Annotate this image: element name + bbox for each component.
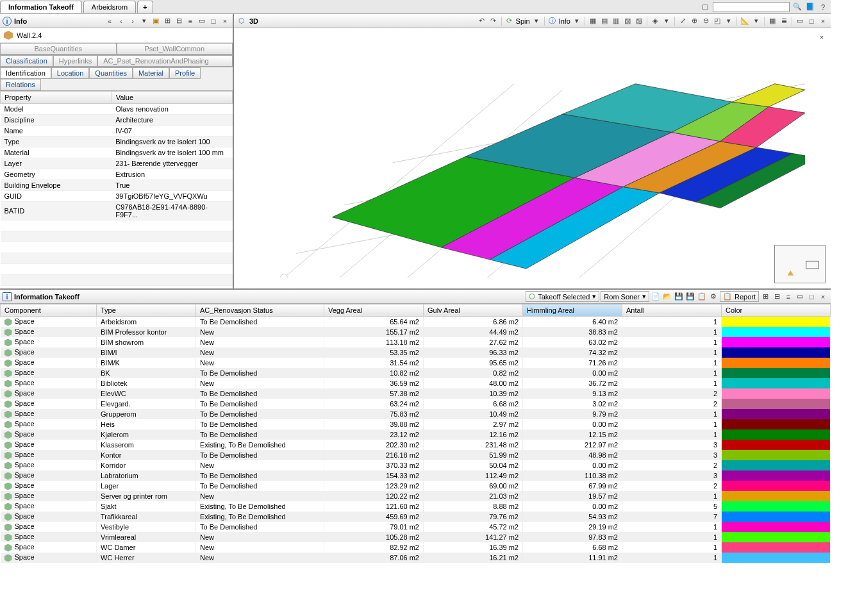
view3-icon[interactable]: ▨ [634, 16, 644, 26]
maximize-icon[interactable]: □ [806, 292, 817, 302]
new-icon[interactable]: 📄 [651, 292, 661, 302]
property-row[interactable]: GeometryExtrusion [1, 169, 233, 180]
chevron-down-icon[interactable]: ▾ [572, 16, 582, 26]
list-icon[interactable]: ≡ [185, 16, 195, 26]
maximize-icon[interactable]: □ [208, 16, 219, 26]
grid-icon[interactable]: ▦ [767, 16, 777, 26]
table-row[interactable]: Space Grupperom To Be Demolished 75.83 m… [1, 409, 831, 419]
measure-icon[interactable]: 📐 [740, 16, 750, 26]
expand-icon[interactable]: ⊞ [760, 292, 770, 302]
info-label[interactable]: Info [559, 17, 570, 25]
ptab-relations[interactable]: Relations [0, 79, 41, 90]
ptab-identification[interactable]: Identification [0, 67, 51, 79]
close-icon[interactable]: × [818, 16, 828, 26]
zoom-rect-icon[interactable]: ◰ [712, 16, 722, 26]
table-row[interactable]: Space Kontor To Be Demolished 216.18 m2 … [1, 450, 831, 460]
col-color[interactable]: Color [722, 304, 831, 317]
property-row[interactable]: ModelOlavs renovation [1, 104, 233, 115]
zoom-out-icon[interactable]: ⊖ [701, 16, 711, 26]
settings-icon[interactable]: ⚙ [708, 292, 719, 302]
close-icon[interactable]: × [818, 292, 828, 302]
search-input[interactable] [713, 2, 790, 12]
ptab-profile[interactable]: Profile [169, 67, 201, 79]
col-antall[interactable]: Antall [622, 304, 722, 317]
list-icon[interactable]: ≡ [783, 292, 793, 302]
table-row[interactable]: Space Korridor New 370.33 m2 50.04 m2 0.… [1, 460, 831, 470]
window-icon[interactable]: ▢ [700, 2, 710, 12]
dock-icon[interactable]: ▭ [795, 16, 805, 26]
chevron-down-icon[interactable]: ▾ [724, 16, 734, 26]
table-row[interactable]: Space Trafikkareal Existing, To Be Demol… [1, 512, 831, 522]
ptab-classification[interactable]: Classification [0, 55, 53, 67]
info-mode-icon[interactable]: ⓘ [547, 16, 558, 26]
collapse-icon[interactable]: ⊟ [772, 292, 782, 302]
chevron-down-icon[interactable]: ▾ [531, 16, 542, 26]
table-row[interactable]: Space WC Herrer New 87.06 m2 16.21 m2 11… [1, 553, 831, 563]
nav-first-icon[interactable]: « [104, 16, 115, 26]
save-icon[interactable]: 💾 [674, 292, 684, 302]
ptab-location[interactable]: Location [51, 67, 90, 79]
dropdown-icon[interactable]: ▾ [139, 16, 149, 26]
dock-icon[interactable]: ▭ [197, 16, 207, 26]
ptab-wallcommon[interactable]: Pset_WallCommon [117, 43, 233, 54]
col-ac_renovasjon-status[interactable]: AC_Renovasjon Status [196, 304, 324, 317]
help-icon[interactable]: ? [818, 2, 828, 12]
nav-prev-icon[interactable]: ‹ [116, 16, 126, 26]
property-row[interactable]: GUID39TgiOBf57IeYG_VVFQXWu [1, 191, 233, 202]
close-icon[interactable]: × [220, 16, 230, 26]
undo-icon[interactable]: ↶ [477, 16, 487, 26]
property-row[interactable]: MaterialBindingsverk av tre isolert 100 … [1, 147, 233, 158]
ptab-hyperlinks[interactable]: Hyperlinks [53, 55, 97, 67]
table-row[interactable]: Space WC Damer New 82.92 m2 16.39 m2 6.6… [1, 542, 831, 553]
tab-information-takeoff[interactable]: Information Takeoff [0, 1, 82, 13]
table-row[interactable]: Space Labratorium To Be Demolished 154.3… [1, 470, 831, 481]
chevron-down-icon[interactable]: ▾ [661, 16, 672, 26]
redo-icon[interactable]: ↷ [488, 16, 499, 26]
chevron-down-icon[interactable]: ▾ [751, 16, 761, 26]
ptab-material[interactable]: Material [133, 67, 169, 79]
col-type[interactable]: Type [97, 304, 196, 317]
cube-mode-icon[interactable]: ◈ [650, 16, 660, 26]
col-value[interactable]: Value [112, 92, 232, 104]
stack-icon[interactable]: ≣ [779, 16, 789, 26]
table-row[interactable]: Space BIM/K New 31.54 m2 95.65 m2 71.26 … [1, 358, 831, 368]
table-row[interactable]: Space Vrimleareal New 105.28 m2 141.27 m… [1, 532, 831, 542]
tab-add[interactable]: + [137, 1, 153, 13]
nav-next-icon[interactable]: › [128, 16, 138, 26]
save-as-icon[interactable]: 💾 [685, 292, 695, 302]
col-property[interactable]: Property [1, 92, 112, 104]
spin-icon[interactable]: ⟳ [504, 16, 515, 26]
table-row[interactable]: Space Sjakt Existing, To Be Demolished 1… [1, 501, 831, 512]
property-row[interactable]: NameIV-07 [1, 126, 233, 137]
select-all-icon[interactable]: ⊞ [162, 16, 172, 26]
rom-soner-dropdown[interactable]: Rom Soner ▾ [601, 291, 649, 302]
find-icon[interactable]: 🔍 [792, 2, 802, 12]
property-row[interactable]: Building EnvelopeTrue [1, 180, 233, 191]
property-row[interactable]: Layer231- Bærende yttervegger [1, 158, 233, 169]
table-row[interactable]: Space Heis To Be Demolished 39.88 m2 2.9… [1, 419, 831, 429]
minimap-toggle-icon[interactable]: × [817, 32, 827, 42]
maximize-icon[interactable]: □ [806, 16, 817, 26]
table-row[interactable]: Space Kjølerom To Be Demolished 23.12 m2… [1, 429, 831, 440]
table-row[interactable]: Space BIM/I New 53.35 m2 96.33 m2 74.32 … [1, 347, 831, 358]
table-row[interactable]: Space BK To Be Demolished 10.82 m2 0.82 … [1, 368, 831, 378]
table-row[interactable]: Space Klasserom Existing, To Be Demolish… [1, 440, 831, 450]
table-row[interactable]: Space ElevWC To Be Demolished 57.38 m2 1… [1, 388, 831, 399]
dock-icon[interactable]: ▭ [795, 292, 805, 302]
table-row[interactable]: Space Arbeidsrom To Be Demolished 65.64 … [1, 317, 831, 328]
property-row[interactable]: TypeBindingsverk av tre isolert 100 [1, 137, 233, 147]
view2-icon[interactable]: ▧ [622, 16, 633, 26]
spin-label[interactable]: Spin [516, 17, 530, 25]
3d-model[interactable] [260, 47, 805, 278]
table-row[interactable]: Space Lager To Be Demolished 123.29 m2 6… [1, 481, 831, 491]
tab-arbeidsrom[interactable]: Arbeidsrom [83, 1, 136, 13]
minimap[interactable] [774, 245, 826, 283]
visibility-icon[interactable]: ▦ [588, 16, 598, 26]
col-gulv-areal[interactable]: Gulv Areal [424, 304, 523, 317]
zoom-in-icon[interactable]: ⊕ [689, 16, 699, 26]
col-himmling-areal[interactable]: Himmling Areal [523, 304, 622, 317]
takeoff-selected-dropdown[interactable]: ⬡ Takeoff Selected ▾ [526, 291, 599, 302]
col-vegg-areal[interactable]: Vegg Areal [324, 304, 424, 317]
highlight-icon[interactable]: ▣ [151, 16, 161, 26]
ptab-renovation[interactable]: AC_Pset_RenovationAndPhasing [97, 55, 233, 67]
